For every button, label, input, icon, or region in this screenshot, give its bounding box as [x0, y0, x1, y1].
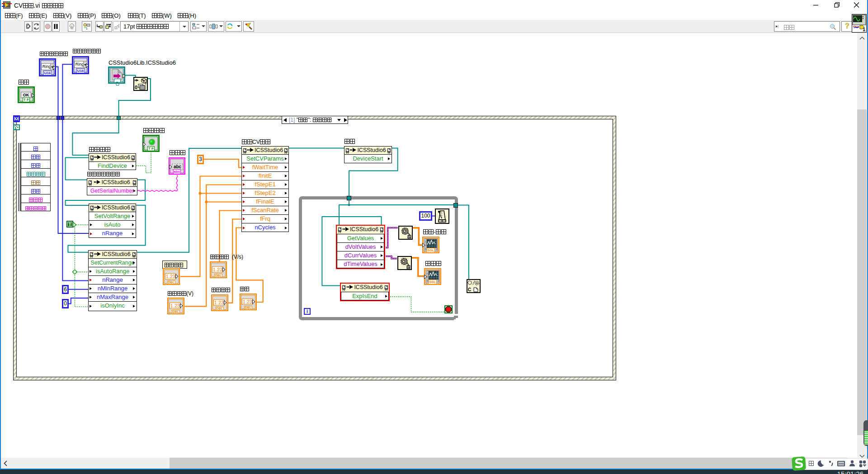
- svg-text:2: 2: [425, 239, 426, 242]
- svg-text:2: 2: [427, 270, 428, 273]
- svg-text:C: C: [468, 287, 471, 292]
- svg-text:0: 0: [135, 85, 137, 90]
- svg-text:1: 1: [863, 27, 865, 32]
